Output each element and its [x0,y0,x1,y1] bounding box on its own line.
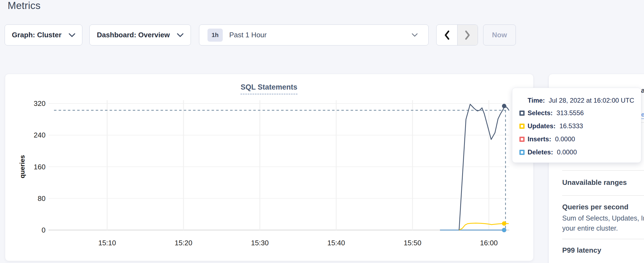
x-axis-tick-label: 15:10 [98,239,116,247]
now-button[interactable]: Now [483,25,516,45]
series-line-updates [459,223,509,230]
chart-title[interactable]: SQL Statements [240,83,297,94]
deletes-series-swatch-icon [519,150,525,155]
y-axis-tick-label: 0 [42,226,46,234]
chevron-left-icon [444,30,450,40]
tooltip-series-label: Updates: [528,122,556,130]
tooltip-time-label: Time: [528,97,545,104]
sidebar-heading-queries-per-second: Queries per second [562,203,628,211]
sidebar-clipped-link-fragment[interactable]: e [641,111,644,119]
x-axis-tick-label: 15:40 [327,239,345,247]
sidebar-clipped-heading-fragment: a [641,86,644,95]
tooltip-time-row: Time: Jul 28, 2022 at 16:02:00 UTC [528,97,634,104]
sidebar-heading-unavailable-ranges: Unavailable ranges [562,178,627,187]
sidebar-divider [562,195,644,196]
chevron-down-icon [177,33,183,37]
tooltip-series-label: Inserts: [528,135,551,143]
y-axis-tick-label: 160 [34,163,46,171]
graph-dropdown-label: Graph: Cluster [12,31,61,39]
chart-title-wrap: SQL Statements [5,83,533,94]
y-axis-label: queries [19,155,26,178]
sidebar-divider [562,239,644,239]
tooltip-series-value: 16.5333 [559,122,583,130]
sql-statements-chart[interactable]: 08016024032015:1015:2015:3015:4015:5016:… [5,74,533,261]
updates-series-swatch-icon [519,124,525,129]
next-range-button[interactable] [457,25,478,45]
chevron-down-icon [69,33,75,37]
hover-dot-selects [502,104,506,108]
tooltip-series-value: 0.0000 [555,135,575,143]
hover-dot-updates [502,221,506,226]
tooltip-row-updates: Updates: 16.5333 [519,122,583,130]
time-range-pager [436,25,478,45]
tooltip-series-value: 0.0000 [557,148,577,156]
tooltip-row-inserts: Inserts: 0.0000 [519,135,575,143]
chart-tooltip: Time: Jul 28, 2022 at 16:02:00 UTC Selec… [512,88,641,163]
series-line-selects [459,104,509,230]
selects-series-swatch-icon [519,111,525,116]
y-axis-tick-label: 240 [34,131,46,139]
x-axis-tick-label: 15:50 [404,239,421,247]
y-axis-tick-label: 320 [34,99,46,108]
sidebar-heading-p99-latency: P99 latency [562,246,601,255]
graph-dropdown[interactable]: Graph: Cluster [5,25,82,45]
time-range-label: Past 1 Hour [229,31,267,39]
chevron-right-icon [464,30,471,40]
dashboard-dropdown-label: Dashboard: Overview [97,31,170,39]
x-axis-tick-label: 16:00 [480,239,498,247]
time-range-badge: 1h [207,29,223,42]
tooltip-row-selects: Selects: 313.5556 [519,109,584,117]
tooltip-series-value: 313.5556 [556,109,584,117]
page-title: Metrics [8,0,41,11]
tooltip-row-deletes: Deletes: 0.0000 [519,148,577,156]
sidebar-divider [562,170,644,171]
time-range-select[interactable]: 1h Past 1 Hour [199,25,429,45]
sidebar-description-line: your entire cluster. [562,224,618,232]
tooltip-time-value: Jul 28, 2022 at 16:02:00 UTC [549,97,634,104]
tooltip-series-label: Selects: [528,109,553,117]
inserts-series-swatch-icon [519,137,525,142]
hover-dot-deletes [502,228,506,232]
tooltip-series-label: Deletes: [528,148,553,156]
previous-range-button[interactable] [437,25,457,45]
y-axis-tick-label: 80 [38,194,46,203]
chevron-down-icon [411,33,418,37]
x-axis-tick-label: 15:20 [174,239,192,247]
sidebar-description-line: Sum of Selects, Updates, Inser [562,214,644,222]
dashboard-dropdown[interactable]: Dashboard: Overview [89,25,191,45]
x-axis-tick-label: 15:30 [251,239,269,247]
